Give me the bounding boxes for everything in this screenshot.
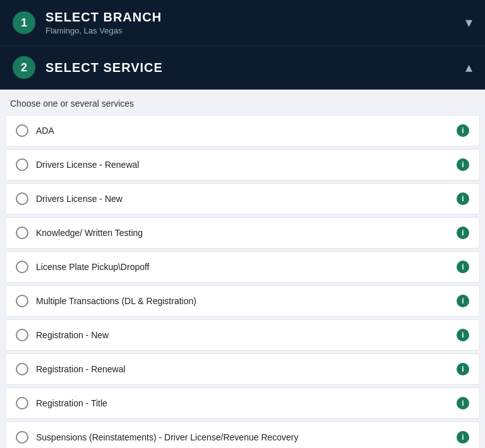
step2-title: SELECT SERVICE [45,61,163,75]
radio-button[interactable] [16,295,28,307]
radio-button[interactable] [16,397,28,410]
info-icon[interactable]: i [457,329,469,341]
instruction-text: Choose one or several services [0,90,485,115]
service-item[interactable]: Registration - Newi [5,319,480,351]
service-label: Registration - New [36,330,449,340]
info-icon[interactable]: i [457,192,469,205]
service-label: Drivers License - Renewal [36,160,449,170]
info-icon[interactable]: i [457,158,469,171]
radio-button[interactable] [16,431,28,444]
step1-subtitle: Flamingo, Las Vegas [45,26,162,35]
main-container: 1 SELECT BRANCH Flamingo, Las Vegas ▾ 2 … [0,0,485,448]
service-label: Registration - Renewal [36,364,449,374]
service-label: Multiple Transactions (DL & Registration… [36,296,449,306]
service-list: ADAiDrivers License - RenewaliDrivers Li… [0,115,485,448]
radio-button[interactable] [16,261,28,273]
info-icon[interactable]: i [457,363,469,375]
info-icon[interactable]: i [457,397,469,410]
info-icon[interactable]: i [457,295,469,307]
service-label: Knowledge/ Written Testing [36,228,449,238]
radio-button[interactable] [16,192,28,205]
service-item[interactable]: ADAi [5,115,480,146]
step2-header[interactable]: 2 SELECT SERVICE ▴ [0,46,485,90]
service-label: ADA [36,126,449,136]
step2-title-group: SELECT SERVICE [45,61,163,75]
step1-title-group: SELECT BRANCH Flamingo, Las Vegas [45,10,162,35]
step2-header-left: 2 SELECT SERVICE [13,56,163,79]
step1-number: 1 [13,11,35,34]
service-item[interactable]: Knowledge/ Written Testingi [5,217,480,249]
step1-chevron-icon: ▾ [465,15,472,31]
radio-button[interactable] [16,227,28,239]
info-icon[interactable]: i [457,261,469,273]
service-item[interactable]: Registration - Renewali [5,353,480,385]
info-icon[interactable]: i [457,431,469,444]
step1-header[interactable]: 1 SELECT BRANCH Flamingo, Las Vegas ▾ [0,0,485,46]
service-item[interactable]: Drivers License - Newi [5,183,480,215]
radio-button[interactable] [16,124,28,137]
service-label: License Plate Pickup\Dropoff [36,262,449,272]
radio-button[interactable] [16,329,28,341]
service-item[interactable]: Registration - Titlei [5,387,480,419]
info-icon[interactable]: i [457,227,469,239]
service-item[interactable]: Suspensions (Reinstatements) - Driver Li… [5,421,480,448]
service-item[interactable]: Multiple Transactions (DL & Registration… [5,285,480,317]
service-label: Suspensions (Reinstatements) - Driver Li… [36,432,449,442]
radio-button[interactable] [16,158,28,171]
service-item[interactable]: Drivers License - Renewali [5,149,480,180]
service-item[interactable]: License Plate Pickup\Dropoffi [5,251,480,283]
service-label: Drivers License - New [36,194,449,204]
service-label: Registration - Title [36,398,449,408]
step1-title: SELECT BRANCH [45,10,162,25]
info-icon[interactable]: i [457,124,469,137]
step2-number: 2 [13,56,35,79]
step1-header-left: 1 SELECT BRANCH Flamingo, Las Vegas [13,10,162,35]
radio-button[interactable] [16,363,28,375]
step2-chevron-icon: ▴ [465,59,472,76]
